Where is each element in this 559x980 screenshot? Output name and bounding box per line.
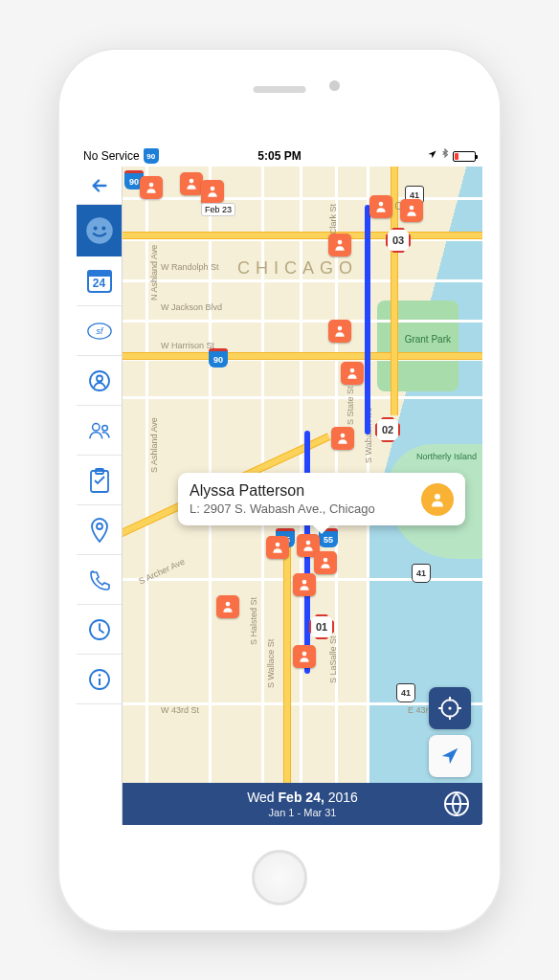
street-label: S State St	[346, 386, 355, 425]
map-pin[interactable]	[314, 551, 337, 574]
clipboard-icon	[87, 468, 112, 493]
sidebar: 24 sf	[77, 167, 123, 825]
street-label: S LaSalle St	[328, 635, 338, 683]
map-pin[interactable]	[216, 595, 239, 618]
location-pin-icon	[87, 518, 112, 543]
globe-icon[interactable]	[444, 791, 469, 816]
us-route-badge: 41	[396, 683, 415, 702]
street-label: W Jackson Blvd	[161, 302, 222, 312]
grant-park	[377, 301, 458, 391]
sidebar-profile-button[interactable]	[77, 205, 122, 256]
island-label: Northerly Island	[416, 452, 477, 461]
interstate-shield-icon: 90	[144, 148, 159, 164]
people-icon	[87, 418, 112, 443]
selected-date: Wed Feb 24, 2016	[247, 789, 358, 806]
svg-point-18	[448, 706, 451, 709]
svg-point-14	[98, 674, 101, 677]
sidebar-clipboard-button[interactable]	[77, 456, 122, 505]
sidebar-phone-button[interactable]	[77, 555, 122, 605]
map-pin[interactable]	[400, 199, 423, 222]
map-pin[interactable]: Feb 23	[201, 180, 224, 203]
svg-point-6	[97, 375, 102, 381]
street-label: S Ashland Ave	[149, 417, 159, 473]
clock-text: 5:05 PM	[257, 149, 301, 163]
svg-point-1	[93, 227, 97, 231]
pin-callout[interactable]: Alyssa Patterson L: 2907 S. Wabash Ave.,…	[178, 473, 465, 525]
interstate-badge: 90	[209, 348, 228, 368]
map-pin[interactable]	[266, 536, 289, 559]
street-label: W Randolph St	[161, 262, 219, 272]
callout-subtitle: L: 2907 S. Wabash Ave., Chicago	[190, 501, 412, 516]
route-stop[interactable]: 01	[309, 614, 334, 639]
phone-icon	[87, 568, 112, 592]
bluetooth-icon	[441, 148, 449, 164]
svg-point-16	[435, 494, 440, 500]
street-label: S Wallace St	[266, 639, 276, 688]
calendar-icon: 24	[87, 270, 112, 293]
carrier-text: No Service	[83, 149, 140, 163]
map-pin[interactable]	[369, 195, 392, 218]
map-pin[interactable]	[293, 645, 316, 668]
phone-frame: No Service 90 5:05 PM	[59, 50, 500, 930]
street-label: N Ashland Ave	[149, 245, 159, 301]
street-label: W Harrison St	[161, 341, 214, 350]
back-button[interactable]	[77, 167, 122, 205]
date-range: Jan 1 - Mar 31	[247, 806, 358, 819]
street-label: W 43rd St	[161, 705, 199, 715]
callout-title: Alyssa Patterson	[190, 482, 412, 500]
status-bar: No Service 90 5:05 PM	[77, 145, 482, 167]
screen: No Service 90 5:05 PM	[77, 145, 482, 825]
recenter-button[interactable]	[429, 687, 471, 729]
svg-point-7	[92, 423, 99, 430]
svg-point-11	[97, 523, 102, 529]
svg-point-2	[101, 227, 105, 231]
us-route-badge: 41	[412, 564, 431, 583]
route-stop[interactable]: 02	[375, 417, 400, 442]
street-label: S Halsted St	[249, 597, 258, 645]
svg-point-8	[101, 425, 107, 431]
sidebar-people-button[interactable]	[77, 406, 122, 456]
date-bar[interactable]: Wed Feb 24, 2016 Jan 1 - Mar 31	[123, 783, 482, 825]
map-pin[interactable]	[293, 573, 316, 596]
map-pin[interactable]	[140, 176, 163, 199]
city-label: CHICAGO	[237, 258, 358, 278]
info-icon	[87, 667, 112, 692]
street-label: S Archer Ave	[137, 557, 186, 587]
sidebar-location-button[interactable]	[77, 505, 122, 555]
sidebar-info-button[interactable]	[77, 655, 122, 704]
map-pin[interactable]	[328, 234, 351, 256]
location-arrow-icon	[427, 149, 437, 163]
salesforce-icon: sf	[87, 319, 112, 344]
map-pin[interactable]	[328, 320, 351, 343]
map-canvas[interactable]: Grant Park N Ashl	[123, 167, 482, 825]
person-icon	[87, 368, 112, 393]
svg-point-0	[86, 217, 113, 244]
home-button[interactable]	[252, 850, 307, 905]
callout-person-button[interactable]	[421, 483, 454, 516]
map-pin[interactable]	[341, 362, 364, 385]
map-pin[interactable]	[180, 172, 203, 195]
battery-icon	[453, 151, 476, 162]
sidebar-calendar-button[interactable]: 24	[77, 256, 122, 306]
navigation-button[interactable]	[429, 735, 471, 777]
sidebar-person-button[interactable]	[77, 356, 122, 406]
park-label: Grant Park	[405, 334, 451, 345]
sidebar-salesforce-button[interactable]: sf	[77, 306, 122, 356]
map-pin[interactable]	[331, 427, 354, 450]
sidebar-history-button[interactable]	[77, 605, 122, 655]
svg-text:sf: sf	[96, 326, 103, 336]
clock-icon	[87, 617, 112, 642]
route-stop[interactable]: 03	[386, 228, 411, 253]
